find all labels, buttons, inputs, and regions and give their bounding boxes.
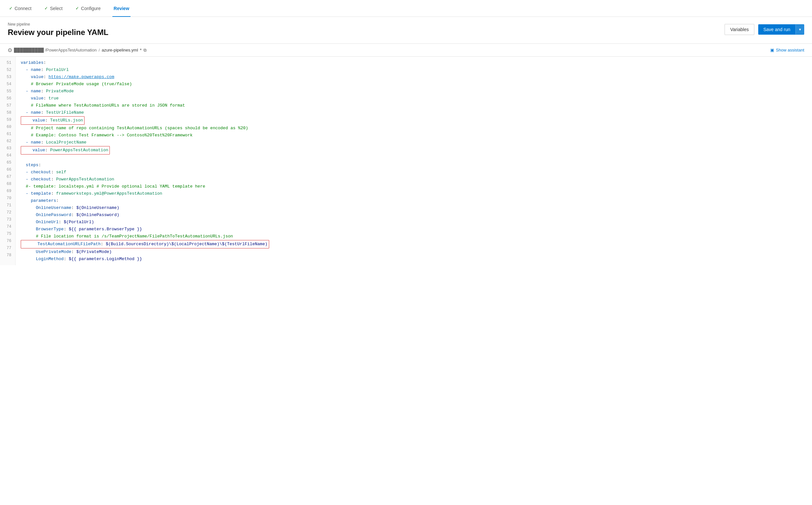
check-icon-3: ✓ [75, 6, 79, 11]
line-number: 61 [0, 131, 15, 138]
code-line: # FileName where TestAutomationURLs are … [21, 102, 812, 109]
line-number: 69 [0, 188, 15, 195]
line-number: 78 [0, 252, 15, 259]
save-and-run-button[interactable]: Save and run [758, 24, 796, 35]
header-right: Variables Save and run ▾ [725, 24, 804, 35]
code-line: - template: frameworksteps.yml@PowerApps… [21, 190, 812, 197]
line-number: 76 [0, 237, 15, 244]
copy-link-icon[interactable]: ⧉ [144, 48, 146, 53]
code-lines: variables: - name: PortalUrl value: http… [16, 57, 812, 265]
page-header: New pipeline Review your pipeline YAML V… [0, 17, 812, 44]
variables-button[interactable]: Variables [725, 24, 754, 35]
line-number: 71 [0, 202, 15, 209]
code-line: - checkout: PowerAppsTestAutomation [21, 176, 812, 183]
repo-name: ██████████ /PowerAppsTestAutomation [14, 48, 96, 52]
line-number: 70 [0, 195, 15, 202]
line-number: 53 [0, 73, 15, 80]
code-line: OnlinePassword: $(OnlinePassword) [21, 211, 812, 219]
code-line: - name: PortalUrl [21, 66, 812, 73]
code-line: - name: TestUrlFileName [21, 109, 812, 116]
breadcrumb: New pipeline [8, 22, 109, 27]
code-line: - name: PrivateMode [21, 88, 812, 95]
tab-connect[interactable]: ✓ Connect [8, 0, 33, 17]
save-and-run-button-group: Save and run ▾ [758, 24, 804, 35]
file-path: ⊙ ██████████ /PowerAppsTestAutomation / … [8, 47, 146, 53]
code-line: value: PowerAppsTestAutomation [21, 146, 812, 155]
code-editor[interactable]: 5152535455565758596061626364656667686970… [0, 57, 812, 265]
code-line: value: TestURLs.json [21, 116, 812, 125]
code-line: LoginMethod: ${{ parameters.LoginMethod … [21, 256, 812, 263]
line-number: 73 [0, 216, 15, 223]
line-number: 52 [0, 66, 15, 73]
line-number: 64 [0, 152, 15, 159]
code-line: - name: LocalProjectName [21, 139, 812, 146]
tab-select-label: Select [50, 6, 62, 11]
line-number: 54 [0, 80, 15, 88]
file-bar: ⊙ ██████████ /PowerAppsTestAutomation / … [0, 44, 812, 57]
line-number: 72 [0, 209, 15, 216]
code-line: value: true [21, 95, 812, 102]
code-line: # Example: Contoso Test Framework --> Co… [21, 132, 812, 139]
code-line: - checkout: self [21, 169, 812, 176]
code-line: TestAutomationURLFilePath: $(Build.Sourc… [21, 240, 812, 248]
code-line: BrowserType: ${{ parameters.BrowserType … [21, 226, 812, 233]
tab-select[interactable]: ✓ Select [43, 0, 64, 17]
line-number: 57 [0, 102, 15, 109]
line-number: 67 [0, 173, 15, 180]
line-number: 60 [0, 124, 15, 131]
wizard-tabs: ✓ Connect ✓ Select ✓ Configure Review [0, 0, 812, 17]
tab-configure-label: Configure [81, 6, 101, 11]
line-number: 77 [0, 244, 15, 252]
assistant-icon: ▣ [770, 48, 774, 52]
code-line: OnlineUsername: $(OnlineUsername) [21, 204, 812, 211]
line-number: 63 [0, 145, 15, 152]
check-icon-2: ✓ [44, 6, 48, 11]
code-line [21, 155, 812, 162]
show-assistant-button[interactable]: ▣ Show assistant [770, 48, 804, 52]
line-numbers: 5152535455565758596061626364656667686970… [0, 57, 16, 265]
code-line: OnlineUrl: $(PortalUrl) [21, 219, 812, 226]
file-name: azure-pipelines.yml [102, 48, 138, 52]
line-number: 66 [0, 166, 15, 173]
line-number: 68 [0, 180, 15, 188]
line-number: 51 [0, 59, 15, 66]
tab-connect-label: Connect [15, 6, 31, 11]
line-number: 58 [0, 109, 15, 116]
line-number: 65 [0, 159, 15, 166]
line-number: 74 [0, 223, 15, 230]
code-line: value: https://make.powerapps.com [21, 73, 812, 80]
code-line: # Browser PrivateMode usage (true/false) [21, 80, 812, 88]
modified-indicator: * [140, 48, 142, 52]
line-number: 62 [0, 138, 15, 145]
show-assistant-label: Show assistant [776, 48, 804, 52]
tab-review[interactable]: Review [113, 0, 131, 17]
save-and-run-dropdown-button[interactable]: ▾ [796, 25, 804, 34]
code-line: # File location format is /s/TeamProject… [21, 233, 812, 240]
code-line: parameters: [21, 197, 812, 204]
code-line: variables: [21, 59, 812, 66]
page-title: Review your pipeline YAML [8, 28, 109, 37]
line-number: 56 [0, 95, 15, 102]
check-icon: ✓ [9, 6, 13, 11]
header-left: New pipeline Review your pipeline YAML [8, 22, 109, 37]
code-line: # Project name of repo containing TestAu… [21, 125, 812, 132]
code-line: UsePrivateMode: $(PrivateMode) [21, 248, 812, 256]
tab-review-label: Review [114, 6, 129, 11]
line-number: 55 [0, 88, 15, 95]
line-number: 59 [0, 116, 15, 124]
path-separator: / [98, 48, 100, 52]
code-line: steps: [21, 162, 812, 169]
line-number: 75 [0, 230, 15, 237]
github-icon: ⊙ [8, 47, 12, 53]
code-line: #- template: localsteps.yml # Provide op… [21, 183, 812, 190]
tab-configure[interactable]: ✓ Configure [74, 0, 102, 17]
